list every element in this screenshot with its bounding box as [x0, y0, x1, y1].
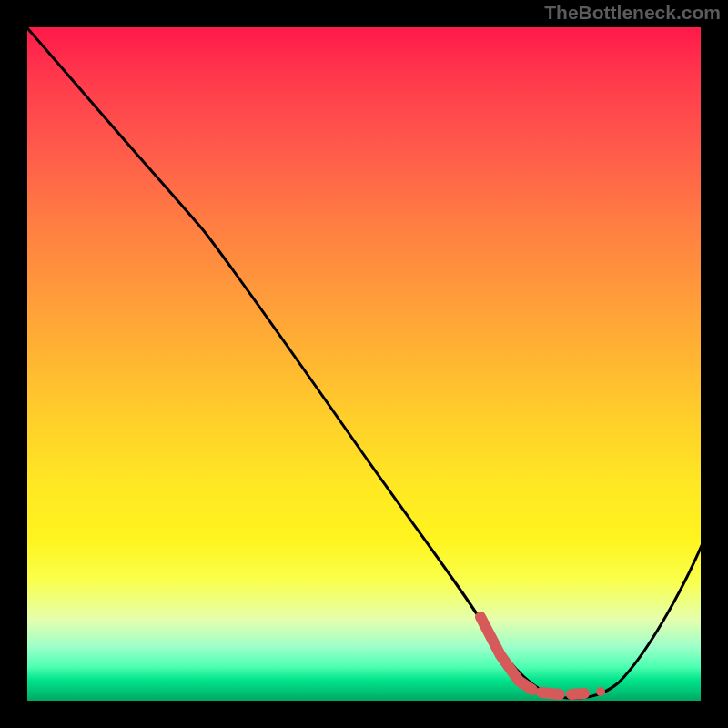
bottleneck-curve-path [27, 27, 701, 698]
highlight-segment-group [480, 617, 605, 696]
chart-svg [27, 27, 701, 701]
watermark-text: TheBottleneck.com [544, 2, 721, 24]
svg-point-0 [596, 687, 605, 696]
plot-area [27, 27, 701, 701]
